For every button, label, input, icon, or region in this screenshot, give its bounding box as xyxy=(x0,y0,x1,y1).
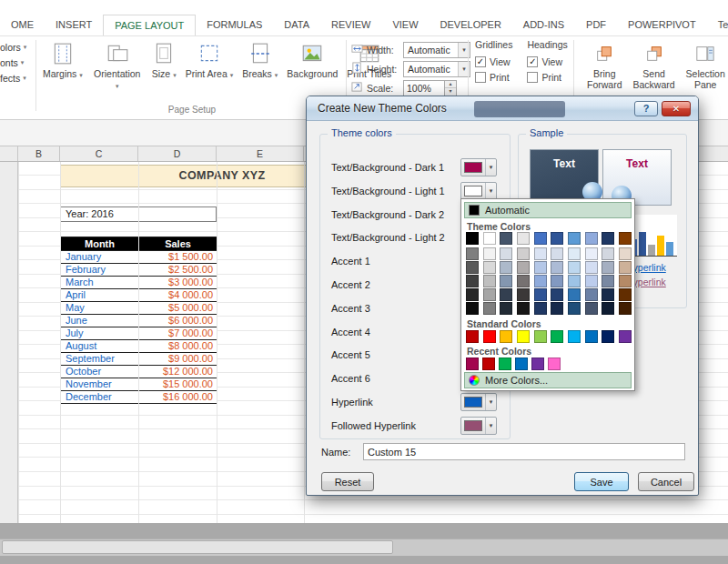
standard-color-swatch[interactable] xyxy=(517,330,530,343)
tab-developer[interactable]: DEVELOPER xyxy=(430,15,512,35)
theme-color-swatch[interactable] xyxy=(619,261,632,274)
scrollbar-thumb[interactable] xyxy=(2,540,393,554)
standard-color-swatch[interactable] xyxy=(466,330,479,343)
theme-color-swatch[interactable] xyxy=(602,247,614,260)
theme-color-swatch[interactable] xyxy=(602,261,614,274)
dialog-titlebar[interactable]: Create New Theme Colors ? ✕ xyxy=(307,96,698,121)
picker-automatic-item[interactable]: Automatic xyxy=(464,202,632,218)
theme-color-swatch[interactable] xyxy=(568,247,581,260)
theme-color-swatch[interactable] xyxy=(534,302,547,315)
month-cell[interactable]: June xyxy=(61,315,139,327)
theme-color-swatch[interactable] xyxy=(602,288,614,301)
theme-color-swatch[interactable] xyxy=(517,261,530,274)
tab-pdf[interactable]: PDF xyxy=(575,15,617,35)
theme-color-swatch[interactable] xyxy=(517,288,530,301)
column-header-c[interactable]: C xyxy=(60,146,138,161)
theme-color-swatch[interactable] xyxy=(534,288,547,301)
close-icon[interactable]: ✕ xyxy=(662,101,691,116)
theme-color-swatch[interactable] xyxy=(585,247,598,260)
theme-color-swatch[interactable] xyxy=(551,232,563,245)
theme-color-swatch[interactable] xyxy=(500,275,512,287)
text-background-dark-1-color-dropdown[interactable]: ▾ xyxy=(460,158,497,176)
month-cell[interactable]: April xyxy=(61,289,139,302)
theme-color-swatch[interactable] xyxy=(619,247,632,260)
theme-color-swatch[interactable] xyxy=(466,288,479,301)
theme-color-swatch[interactable] xyxy=(619,232,632,245)
month-cell[interactable]: October xyxy=(61,366,139,378)
recent-color-swatch[interactable] xyxy=(482,358,495,370)
hyperlink-color-dropdown[interactable]: ▾ xyxy=(460,393,497,411)
theme-color-swatch[interactable] xyxy=(619,275,632,287)
checkbox-gridlines-print[interactable] xyxy=(475,72,486,83)
cancel-button[interactable]: Cancel xyxy=(638,472,694,491)
theme-color-swatch[interactable] xyxy=(585,275,598,287)
themes-cut-item-fects[interactable]: fects▾ xyxy=(0,70,36,86)
theme-color-swatch[interactable] xyxy=(551,288,563,301)
recent-color-swatch[interactable] xyxy=(499,358,511,370)
theme-color-swatch[interactable] xyxy=(500,288,512,301)
standard-color-swatch[interactable] xyxy=(500,330,512,343)
theme-color-swatch[interactable] xyxy=(585,232,598,245)
theme-color-swatch[interactable] xyxy=(483,261,496,274)
theme-color-swatch[interactable] xyxy=(466,302,479,315)
followed-hyperlink-color-dropdown[interactable]: ▾ xyxy=(460,417,497,435)
tab-review[interactable]: REVIEW xyxy=(320,15,381,35)
checkbox-headings-view[interactable]: ✓ xyxy=(527,56,538,67)
theme-color-swatch[interactable] xyxy=(602,275,614,287)
month-cell[interactable]: February xyxy=(61,264,139,277)
standard-color-swatch[interactable] xyxy=(483,330,496,343)
sales-cell[interactable]: $2 500.00 xyxy=(139,264,217,277)
text-background-light-1-color-dropdown[interactable]: ▾ xyxy=(460,182,497,200)
checkbox-headings-print[interactable] xyxy=(527,72,538,83)
theme-color-swatch[interactable] xyxy=(585,288,598,301)
tab-powerpivot[interactable]: POWERPIVOT xyxy=(617,15,707,35)
sales-cell[interactable]: $7 000.00 xyxy=(139,327,217,340)
theme-color-swatch[interactable] xyxy=(568,232,581,245)
standard-color-swatch[interactable] xyxy=(602,330,614,343)
reset-button[interactable]: Reset xyxy=(321,472,374,491)
column-header-d[interactable]: D xyxy=(138,146,217,161)
standard-color-swatch[interactable] xyxy=(551,330,563,343)
tab-tea[interactable]: Tea xyxy=(707,15,728,35)
standard-color-swatch[interactable] xyxy=(619,330,632,343)
spin-down-icon[interactable]: ▾ xyxy=(445,88,456,96)
theme-color-swatch[interactable] xyxy=(585,302,598,315)
column-header-e[interactable]: E xyxy=(217,146,304,161)
tab-data[interactable]: DATA xyxy=(273,15,320,35)
sales-cell[interactable]: $5 000.00 xyxy=(139,302,217,315)
sales-cell[interactable]: $9 000.00 xyxy=(139,353,217,366)
theme-color-swatch[interactable] xyxy=(517,247,530,260)
theme-color-swatch[interactable] xyxy=(483,275,496,287)
theme-color-swatch[interactable] xyxy=(500,261,512,274)
themes-cut-item-olors[interactable]: olors▾ xyxy=(0,39,36,55)
recent-color-swatch[interactable] xyxy=(466,358,479,370)
sales-cell[interactable]: $8 000.00 xyxy=(139,340,217,353)
scale-spinner[interactable]: 100%▴▾ xyxy=(403,80,457,96)
theme-color-swatch[interactable] xyxy=(483,302,496,315)
theme-color-swatch[interactable] xyxy=(568,288,581,301)
sales-cell[interactable]: $12 000.00 xyxy=(139,366,217,378)
theme-color-swatch[interactable] xyxy=(534,261,547,274)
theme-color-swatch[interactable] xyxy=(517,275,530,287)
theme-color-swatch[interactable] xyxy=(619,302,632,315)
sales-cell[interactable]: $16 000.00 xyxy=(139,391,217,404)
theme-color-swatch[interactable] xyxy=(602,232,614,245)
theme-color-swatch[interactable] xyxy=(466,261,479,274)
month-cell[interactable]: January xyxy=(61,251,139,264)
month-cell[interactable]: March xyxy=(61,277,139,289)
theme-color-swatch[interactable] xyxy=(466,247,479,260)
recent-color-swatch[interactable] xyxy=(515,358,528,370)
tab-ome[interactable]: OME xyxy=(0,15,45,35)
sales-cell[interactable]: $6 000.00 xyxy=(139,315,217,327)
checkbox-gridlines-view[interactable]: ✓ xyxy=(475,56,486,67)
sales-cell[interactable]: $1 500.00 xyxy=(139,251,217,264)
theme-color-swatch[interactable] xyxy=(500,302,512,315)
theme-color-swatch[interactable] xyxy=(483,232,496,245)
month-cell[interactable]: May xyxy=(61,302,139,315)
standard-color-swatch[interactable] xyxy=(585,330,598,343)
theme-color-swatch[interactable] xyxy=(568,302,581,315)
month-cell[interactable]: September xyxy=(61,353,139,366)
theme-name-input[interactable] xyxy=(363,443,685,460)
theme-color-swatch[interactable] xyxy=(483,288,496,301)
month-cell[interactable]: August xyxy=(61,340,139,353)
